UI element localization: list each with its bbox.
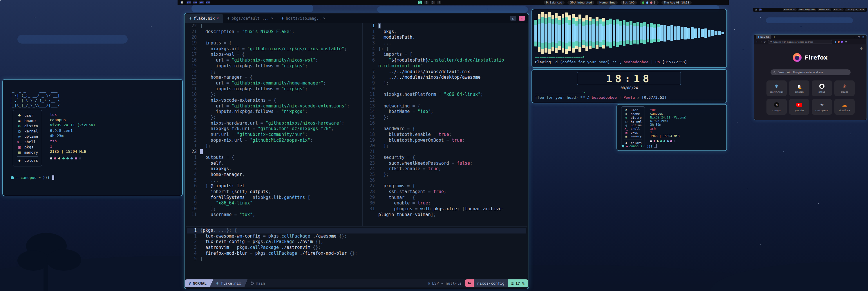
pinned-app[interactable]: $W	[199, 1, 204, 4]
browser-tab[interactable]: New Tab	[756, 35, 771, 39]
window-separator[interactable]	[362, 23, 363, 226]
editor-tab-flake.nix[interactable]: ❄flake.nix×	[185, 14, 223, 23]
network-icon[interactable]	[642, 1, 644, 4]
maximize-button[interactable]: ▢	[858, 36, 860, 38]
pinned-app[interactable]: $W	[206, 1, 210, 4]
buffer-picker-button[interactable]: ◧	[510, 16, 517, 21]
window-separator[interactable]	[186, 226, 527, 227]
bluetooth-icon[interactable]: b	[646, 1, 648, 4]
scroll-percent: 17 %	[516, 281, 525, 286]
top-site-chat.openai[interactable]: ✳chat.openai	[812, 99, 832, 115]
app-menu-icon[interactable]: ⊞	[181, 1, 183, 4]
editor-pane-right[interactable]: 1{1 pkgs,2 modulesPath,3 ...4}: {5 impor…	[365, 23, 527, 227]
fetch-value-kernel: 6.9.8-zen1	[650, 119, 687, 123]
pinned-app[interactable]: $W	[187, 1, 191, 4]
phone-icon[interactable]	[654, 1, 656, 4]
terminal-fastfetch-window[interactable]: _ _ _ ___ ___ | \| (_)_ __/ _ \/ __| | .…	[2, 79, 183, 196]
status-module[interactable]: P: Balanced	[783, 8, 797, 11]
code-line: 17 nixos-wsl = {	[187, 52, 361, 58]
url-bar[interactable]: Search with Google or enter address	[768, 40, 832, 44]
status-module[interactable]: P: Balanced	[544, 1, 564, 5]
top-site-search.nixos[interactable]: ❄search.nixos	[767, 81, 787, 96]
code-line: 3 ...	[365, 40, 527, 46]
code-line: 29 thunar = {	[365, 195, 527, 201]
buffer-close-button[interactable]: ✕	[519, 16, 525, 21]
code-line: 8 forAllSystems = nixpkgs.lib.genAttrs [	[187, 195, 361, 201]
hamburger-menu-icon[interactable]: ≡	[845, 40, 847, 43]
tree-silhouette	[46, 249, 81, 271]
code-line: 20 };	[365, 143, 527, 149]
editor-tab-pkgs/default ...[interactable]: ❄pkgs/default ...×	[223, 14, 277, 23]
app-menu-icon[interactable]: ⊞	[755, 8, 757, 11]
extension-icon[interactable]	[841, 41, 843, 43]
system-tray[interactable]: b	[640, 0, 658, 5]
firefox-tray-icon[interactable]	[650, 1, 652, 4]
code-line: 19 bluetooth.powerOnBoot = true;	[365, 138, 527, 143]
fetch-row-uptime: ◔uptime	[624, 123, 642, 127]
code-line: 12	[365, 97, 527, 104]
music-visualizer-window[interactable]: =====================> Playing: d (coffe…	[531, 9, 727, 68]
fetch-row-pkgs: ▣pkgs	[17, 144, 38, 150]
code-line: 24 rtkit.enable = true;	[365, 166, 527, 172]
workspace-switcher: 1234	[418, 1, 441, 4]
clock-window[interactable]: 18:18 08/08/24 =====================> ff…	[531, 69, 727, 104]
top-site-chatgpt[interactable]: ✳chatgpt	[767, 99, 787, 115]
newtab-search-input[interactable]: Search with Google or enter address	[771, 69, 850, 75]
new-tab-button[interactable]: +	[773, 35, 775, 38]
back-button[interactable]: ←	[756, 41, 758, 43]
reload-button[interactable]: ⟳	[764, 41, 766, 43]
status-module[interactable]: Home: 8ms	[597, 1, 618, 5]
workspace-2[interactable]: 2	[425, 1, 429, 4]
workspace-4[interactable]: 4	[437, 1, 441, 4]
firefox-tab-bar: New Tab + – ▢ ✕	[754, 34, 867, 39]
top-site-cloudflare[interactable]: ☁cloudflare	[834, 99, 855, 115]
top-site-github[interactable]: github	[812, 81, 832, 96]
firefox-window[interactable]: New Tab + – ▢ ✕ ← → ⟳ Search with Google…	[754, 34, 867, 120]
code-line: 15 inputs.nixpkgs.follows = "nixpkgs";	[187, 63, 361, 69]
top-site-claude[interactable]: ✳claude	[834, 81, 855, 96]
status-module[interactable]: Bat: 100	[833, 8, 844, 11]
code-line: 31 plugins = with pkgs.xfce; [thunar-arc…	[365, 206, 527, 212]
forward-button[interactable]: →	[760, 41, 762, 43]
status-module[interactable]: Bat: 100	[621, 1, 637, 5]
code-line: n-cd-minimal.nix"	[365, 63, 527, 69]
terminal-fastfetch-window-2[interactable]: ☻user≡hname❄distro▢kernel◔uptime>_shell▣…	[617, 104, 727, 151]
fetch-row-uptime: ◔uptime	[17, 134, 38, 139]
neovim-window[interactable]: ❄flake.nix×❄pkgs/default ...×❄hosts/isoI…	[184, 13, 529, 289]
code-line: 23 sudo.wheelNeedsPassword = false;	[365, 161, 527, 167]
editor-tab-hosts/isoImag..[interactable]: ❄hosts/isoImag..×	[277, 14, 329, 23]
fetch-value-uptime: 3h 59m	[650, 123, 687, 127]
fetch-value-kernel: 6.9.8-zen1	[50, 128, 95, 134]
clock-widget-2[interactable]: Thu Aug 08, 18:18	[845, 8, 865, 11]
status-module[interactable]: GPU: Integrated	[798, 8, 816, 11]
git-branch-icon	[251, 282, 254, 285]
code-line: 5 ...	[187, 178, 361, 183]
shell-prompt[interactable]: → canopus ~ )))	[622, 144, 656, 148]
code-line: 23	[187, 149, 361, 155]
workspace-1[interactable]: 1	[418, 1, 422, 4]
pinned-app[interactable]: $W	[758, 8, 762, 11]
code-line: 21 description = "tux's NixOS Flake";	[187, 29, 361, 35]
editor-pane-left[interactable]: 22{21 description = "tux's NixOS Flake";…	[187, 23, 361, 227]
minimize-button[interactable]: –	[855, 36, 856, 38]
personalize-gear-icon[interactable]: ⚙	[860, 47, 863, 51]
shell-prompt[interactable]: → canopus ~ )))	[10, 175, 54, 180]
clock-widget[interactable]: Thu Aug 08, 18:18	[661, 1, 692, 5]
top-site-youtube[interactable]: ▶youtube	[789, 99, 809, 115]
close-button[interactable]: ✕	[862, 36, 864, 38]
claude-icon: ✳	[842, 83, 846, 89]
code-line: 13 home-manager = {	[187, 75, 361, 81]
extension-icon[interactable]	[838, 41, 840, 43]
workspace-3[interactable]: 3	[431, 1, 435, 4]
status-module[interactable]: Home: 6ms	[817, 8, 831, 11]
ghost-icon	[10, 176, 14, 179]
fetch-value-shell: zsh	[50, 139, 95, 144]
extension-icon[interactable]	[835, 41, 836, 43]
status-module[interactable]: GPU: Integrated	[567, 1, 594, 5]
editor-pane-bottom[interactable]: 1{pkgs, ...}: {1 tux-awesome-wm-config =…	[187, 228, 526, 264]
pinned-app[interactable]: $W	[193, 1, 197, 4]
top-site-amazon[interactable]: aamazon	[789, 81, 809, 96]
code-line: 25 };	[365, 172, 527, 178]
code-line: 4 firefox-mod-blur = pkgs.callPackage ./…	[187, 251, 526, 257]
nixos-icon: ❄	[775, 83, 778, 89]
